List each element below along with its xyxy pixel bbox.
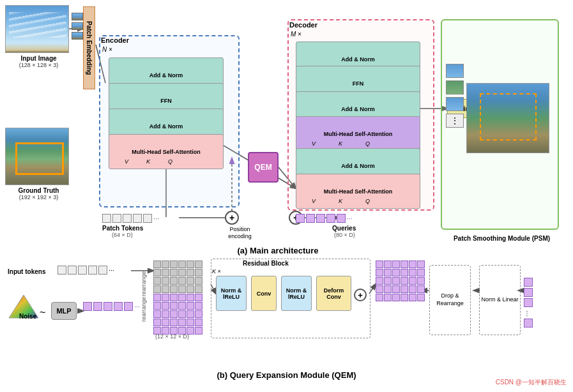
grid-after-res	[376, 260, 425, 301]
gar-17	[409, 277, 416, 285]
gar-16	[401, 277, 408, 285]
n-times-label: N ×	[102, 46, 112, 53]
mlp-output-tokens: ···	[83, 302, 140, 311]
patch-tokens-sublabel: (64 × D)	[112, 232, 133, 238]
query-3	[316, 214, 325, 223]
gar-10	[401, 269, 408, 276]
grid-cell-top-21	[170, 285, 178, 293]
gar-11	[409, 269, 416, 276]
gar-6	[417, 260, 425, 268]
gar-28	[401, 294, 408, 301]
grid-cell-top-11	[187, 269, 194, 276]
rearrange-label-bottom: rearrange	[141, 297, 147, 322]
input-token-dots: ···	[109, 266, 114, 274]
ground-truth-area: Ground Truth (192 × 192 × 3)	[5, 128, 72, 200]
output-token-3	[524, 298, 533, 307]
grid-cell-bot-3	[170, 294, 178, 301]
grid-cell-bot-24	[195, 319, 202, 326]
psm-patch-3	[446, 97, 464, 111]
enc-v-label: V	[125, 158, 128, 165]
gar-8	[384, 269, 392, 276]
patch-token-4	[133, 214, 142, 223]
grid-cell-top-13	[153, 277, 161, 285]
grid-cell-bot-13	[153, 310, 161, 318]
position-encoding-label: Positionencoding	[222, 226, 257, 240]
gar-22	[401, 285, 408, 293]
k-times-label: K ×	[212, 268, 221, 275]
dec-v3-label: V	[312, 198, 316, 204]
grid-cell-bot-10	[178, 302, 186, 310]
gar-7	[376, 269, 383, 276]
patch-strip-3	[72, 32, 83, 40]
main-container: Input Image (128 × 128 × 3) Patch Embedd…	[0, 0, 573, 392]
patch-token-1	[102, 214, 111, 223]
ground-truth-label: Ground Truth	[5, 187, 72, 194]
input-token-4	[88, 266, 97, 275]
patch-token-dots: ···	[153, 215, 159, 222]
mlp-token-5	[124, 302, 133, 311]
grid-cell-top-15	[170, 277, 178, 285]
res-deform-conv: DeformConv	[316, 276, 351, 311]
gar-12	[417, 269, 425, 276]
grid-cell-bot-2	[162, 294, 169, 301]
gar-23	[409, 285, 416, 293]
qem-title: (b) Query Expansion Module (QEM)	[0, 370, 573, 380]
patch-token-5	[143, 214, 152, 223]
m-times-label: M ×	[291, 31, 302, 38]
gar-29	[409, 294, 416, 301]
patch-tokens-label: Patch Tokens	[102, 225, 143, 232]
queries-area: ···	[296, 214, 353, 223]
queries-label: Queries	[332, 225, 356, 232]
grid-cell-top-3	[170, 260, 178, 268]
ground-truth-sublabel: (192 × 192 × 3)	[5, 194, 72, 200]
gar-21	[392, 285, 400, 293]
grid-cell-bot-20	[162, 319, 169, 326]
input-tokens-label: Input tokens	[8, 268, 45, 275]
mlp-token-2	[93, 302, 102, 311]
dec-k2-label: K	[339, 140, 342, 147]
grid-cell-top-8	[162, 269, 169, 276]
gar-27	[392, 294, 400, 301]
noise-label: Noise	[19, 313, 36, 320]
grid-cell-bot-23	[187, 319, 194, 326]
patch-strips	[72, 13, 83, 40]
enc-k-label: K	[146, 158, 150, 165]
gar-4	[401, 260, 408, 268]
res-norm-lrelu-2: Norm &lReLU	[281, 276, 312, 311]
rearrange-label-top: rearrange	[141, 271, 147, 296]
grid-cell-top-10	[178, 269, 186, 276]
gar-20	[384, 285, 392, 293]
input-image-label: Input Image	[5, 55, 72, 62]
query-5	[337, 214, 346, 223]
grid-area-bottom	[153, 294, 202, 335]
grid-cell-top-17	[187, 277, 194, 285]
dec-q2-label: Q	[365, 140, 370, 147]
drop-rearrange-box: Drop & Rearrange	[429, 265, 471, 335]
queries-sublabel: (80 × D)	[334, 232, 355, 238]
output-token-1	[524, 278, 533, 287]
output-token-4	[524, 319, 533, 328]
grid-cell-top-24	[195, 285, 202, 293]
grid-cell-bot-17	[187, 310, 194, 318]
grid-cell-bot-16	[178, 310, 186, 318]
gar-2	[384, 260, 392, 268]
grid-cell-top-20	[162, 285, 169, 293]
grid-cell-bot-14	[162, 310, 169, 318]
output-tokens: ⋮	[524, 278, 533, 328]
grid-cell-bot-18	[195, 310, 202, 318]
grid-cell-bot-21	[170, 319, 178, 326]
gar-18	[417, 277, 425, 285]
grid-cell-bot-7	[153, 302, 161, 310]
patch-token-2	[112, 214, 121, 223]
psm-label: Patch Smoothing Module (PSM)	[443, 235, 561, 242]
mlp-token-1	[83, 302, 92, 311]
mlp-token-4	[114, 302, 123, 311]
gar-3	[392, 260, 400, 268]
grid-cell-top-19	[153, 285, 161, 293]
grid-cell-top-16	[178, 277, 186, 285]
input-token-3	[78, 266, 87, 275]
tilde-symbol: ~	[40, 307, 45, 319]
grid-sublabel: (12 × 12 × D)	[155, 333, 189, 340]
grid-cell-bot-6	[195, 294, 202, 301]
decoder-label: Decoder	[289, 21, 317, 29]
